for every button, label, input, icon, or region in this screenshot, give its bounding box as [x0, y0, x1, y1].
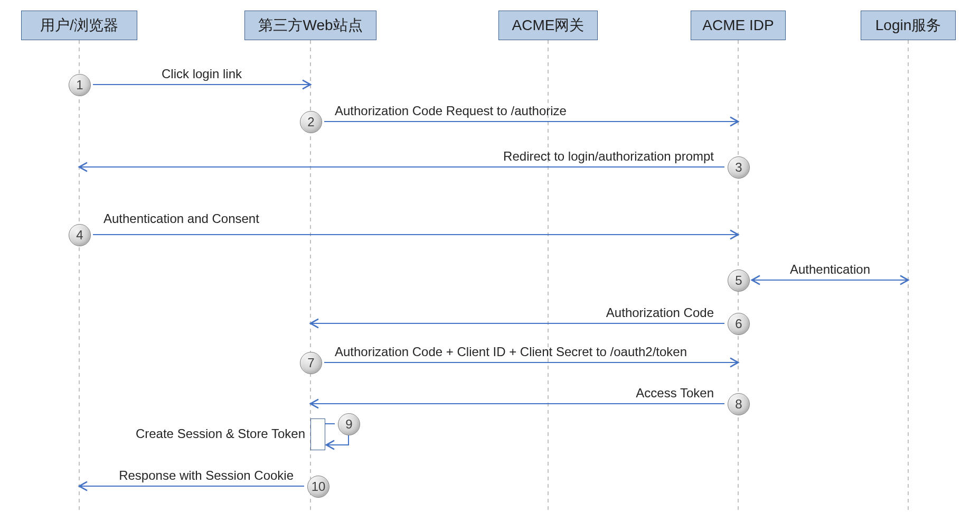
step-circle-1: 1	[69, 74, 91, 96]
actor-login-service: Login服务	[861, 11, 956, 40]
step-circle-9: 9	[338, 413, 360, 435]
step-circle-5: 5	[728, 269, 750, 292]
msg-label-9: Create Session & Store Token	[136, 426, 305, 441]
actor-acme-idp: ACME IDP	[691, 11, 786, 40]
msg-label-8: Access Token	[636, 386, 714, 401]
step-circle-4: 4	[69, 224, 91, 246]
step-circle-3: 3	[728, 156, 750, 179]
msg-label-4: Authentication and Consent	[103, 211, 259, 226]
msg-label-5: Authentication	[790, 262, 870, 277]
step-circle-6: 6	[728, 313, 750, 335]
step-circle-7: 7	[300, 352, 322, 374]
msg-label-3: Redirect to login/authorization prompt	[503, 149, 714, 164]
actor-third-party-site: 第三方Web站点	[244, 11, 376, 40]
activation-bar	[310, 418, 325, 450]
step-circle-8: 8	[728, 393, 750, 415]
msg-label-7: Authorization Code + Client ID + Client …	[335, 345, 687, 359]
msg-label-10: Response with Session Cookie	[119, 468, 294, 483]
actor-acme-gateway: ACME网关	[498, 11, 598, 40]
actor-user-browser: 用户/浏览器	[21, 11, 137, 40]
msg-label-2: Authorization Code Request to /authorize	[335, 104, 567, 118]
msg-label-6: Authorization Code	[606, 305, 714, 320]
step-circle-10: 10	[307, 476, 329, 498]
sequence-diagram-svg	[0, 0, 980, 521]
step-circle-2: 2	[300, 111, 322, 133]
msg-label-1: Click login link	[162, 67, 242, 81]
